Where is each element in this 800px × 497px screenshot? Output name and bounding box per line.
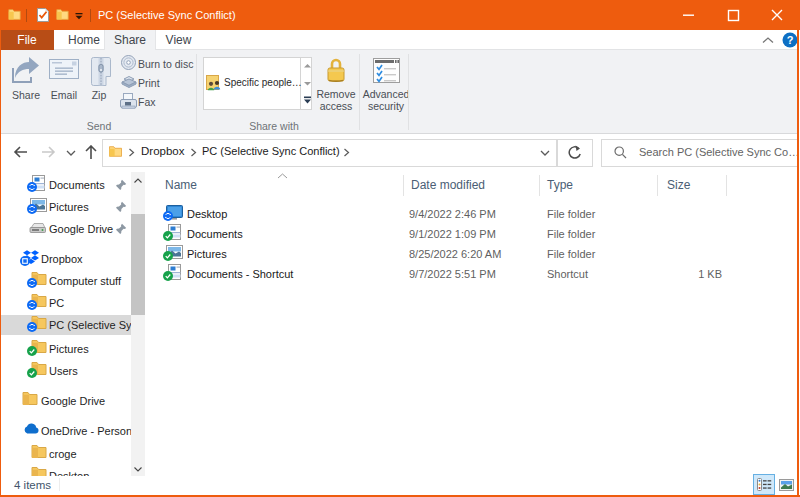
- svg-text:?: ?: [787, 34, 794, 46]
